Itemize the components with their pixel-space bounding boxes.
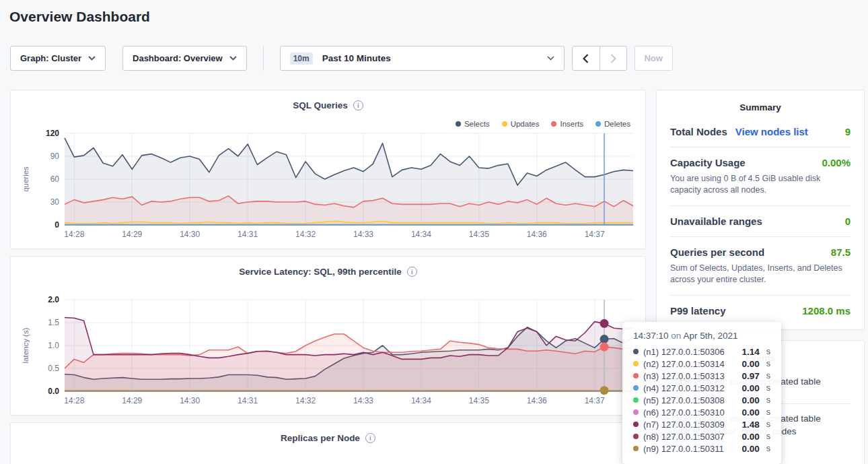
svg-text:120: 120	[46, 129, 59, 138]
time-range-badge: 10m	[290, 53, 313, 65]
summary-row-label: Unavailable ranges	[670, 216, 762, 227]
tooltip-node-value: 1.14	[742, 347, 759, 357]
svg-text:14:30: 14:30	[180, 396, 200, 405]
svg-text:14:34: 14:34	[411, 396, 431, 405]
time-range-dropdown[interactable]: 10m Past 10 Minutes	[280, 46, 565, 71]
summary-row-value: 9	[845, 126, 851, 137]
tooltip-node-value: 0.00	[742, 383, 759, 393]
chart-tooltip: 14:37:10 on Apr 5th, 2021 (n1) 127.0.0.1…	[622, 322, 781, 464]
tooltip-node-label: (n1) 127.0.0.1:50306	[643, 347, 737, 357]
tooltip-node-row: (n5) 127.0.0.1:503080.00s	[633, 394, 770, 406]
service-latency-card: Service Latency: SQL, 99th percentile i …	[10, 256, 646, 416]
sql-queries-chart[interactable]: 14:2814:2914:3014:3114:3214:3314:3414:35…	[17, 128, 640, 244]
svg-text:30: 30	[50, 197, 60, 207]
legend-dot-icon	[551, 121, 556, 127]
tooltip-node-unit: s	[766, 420, 770, 429]
dashboard-selector-dropdown[interactable]: Dashboard: Overview	[122, 46, 247, 71]
chart-title: Service Latency: SQL, 99th percentile	[239, 267, 402, 277]
sql-queries-card: SQL Queries i SelectsUpdatesInsertsDelet…	[10, 90, 646, 249]
chevron-right-icon	[610, 54, 616, 63]
tooltip-node-label: (n3) 127.0.0.1:50313	[643, 371, 737, 381]
info-icon[interactable]: i	[353, 100, 363, 110]
legend-label: Inserts	[560, 120, 583, 128]
svg-text:1.5: 1.5	[48, 318, 59, 327]
tooltip-node-value: 0.00	[742, 407, 759, 418]
graph-selector-dropdown[interactable]: Graph: Cluster	[10, 46, 106, 71]
summary-row-desc: You are using 0 B of 4.5 GiB usable disk…	[670, 173, 851, 196]
svg-text:14:30: 14:30	[180, 230, 200, 239]
legend-label: Updates	[511, 120, 540, 128]
tooltip-node-label: (n9) 127.0.0.1:50311	[643, 444, 737, 454]
svg-text:14:28: 14:28	[64, 230, 84, 239]
dashboard-controls: Graph: Cluster Dashboard: Overview 10m P…	[10, 46, 673, 71]
tooltip-node-row: (n9) 127.0.0.1:503110.00s	[633, 442, 770, 455]
tooltip-node-row: (n7) 127.0.0.1:503091.48s	[633, 418, 770, 430]
svg-text:14:37: 14:37	[585, 230, 605, 239]
svg-text:14:29: 14:29	[122, 230, 142, 239]
summary-row: Capacity Usage0.00%You are using 0 B of …	[670, 147, 851, 205]
summary-row-label: P99 latency	[670, 305, 726, 317]
tooltip-date: Apr 5th, 2021	[683, 331, 737, 341]
now-button[interactable]: Now	[635, 46, 673, 71]
tooltip-node-unit: s	[766, 371, 770, 380]
chart-legend: SelectsUpdatesInsertsDeletes	[456, 120, 630, 128]
tooltip-node-unit: s	[766, 395, 770, 405]
time-range-label: Past 10 Minutes	[322, 53, 391, 63]
svg-text:14:34: 14:34	[411, 230, 431, 239]
tooltip-node-unit: s	[766, 359, 770, 368]
tooltip-timestamp: 14:37:10 on Apr 5th, 2021	[633, 331, 770, 341]
summary-title: Summary	[670, 102, 851, 112]
info-icon[interactable]: i	[407, 267, 417, 277]
svg-text:latency (s): latency (s)	[22, 327, 30, 363]
tooltip-node-row: (n6) 127.0.0.1:503100.00s	[633, 406, 770, 418]
svg-text:14:35: 14:35	[469, 230, 489, 239]
tooltip-time: 14:37:10	[633, 331, 669, 341]
svg-text:1.0: 1.0	[48, 341, 59, 350]
summary-row-value: 87.5	[831, 246, 851, 258]
tooltip-node-unit: s	[766, 347, 770, 356]
node-color-dot-icon	[633, 397, 639, 403]
tooltip-node-row: (n4) 127.0.0.1:503120.00s	[633, 382, 770, 394]
legend-dot-icon	[595, 121, 601, 127]
info-icon[interactable]: i	[365, 433, 375, 443]
svg-text:14:33: 14:33	[353, 396, 373, 405]
summary-row-desc: Sum of Selects, Updates, Inserts, and De…	[670, 263, 851, 286]
tooltip-node-unit: s	[766, 383, 770, 393]
node-color-dot-icon	[633, 349, 639, 354]
tooltip-sep: on	[671, 331, 681, 341]
tooltip-node-value: 0.00	[742, 444, 759, 454]
time-nav-group	[572, 46, 627, 71]
svg-text:14:37: 14:37	[585, 396, 605, 405]
svg-text:14:29: 14:29	[122, 396, 142, 405]
summary-row-label: Total Nodes	[670, 126, 727, 137]
legend-item-updates[interactable]: Updates	[502, 120, 540, 128]
legend-item-inserts[interactable]: Inserts	[551, 120, 583, 128]
legend-label: Selects	[464, 120, 490, 128]
svg-text:0: 0	[55, 220, 59, 230]
view-nodes-list-link[interactable]: View nodes list	[735, 126, 808, 137]
legend-item-selects[interactable]: Selects	[456, 120, 490, 128]
tooltip-node-label: (n2) 127.0.0.1:50314	[643, 359, 737, 369]
svg-text:0.5: 0.5	[48, 364, 59, 373]
tooltip-node-unit: s	[766, 432, 770, 441]
summary-row-label: Capacity Usage	[670, 157, 746, 168]
chart-title: Replicas per Node	[281, 433, 360, 443]
summary-row-value: 0	[845, 216, 851, 227]
time-prev-button[interactable]	[573, 46, 600, 70]
legend-item-deletes[interactable]: Deletes	[595, 120, 630, 128]
svg-text:14:31: 14:31	[238, 396, 258, 405]
service-latency-chart[interactable]: 14:2814:2914:3014:3114:3214:3314:3414:35…	[17, 294, 640, 410]
svg-text:0.0: 0.0	[48, 387, 59, 396]
tooltip-node-value: 0.00	[742, 395, 759, 405]
node-color-dot-icon	[633, 361, 639, 366]
svg-text:14:36: 14:36	[527, 396, 547, 405]
tooltip-node-value: 0.00	[742, 359, 759, 369]
graph-selector-label: Graph: Cluster	[20, 53, 81, 63]
legend-dot-icon	[502, 121, 507, 127]
time-next-button[interactable]	[600, 46, 626, 70]
summary-row-value: 1208.0 ms	[802, 305, 851, 317]
tooltip-node-row: (n8) 127.0.0.1:503070.00s	[633, 430, 770, 442]
tooltip-node-label: (n4) 127.0.0.1:50312	[643, 383, 737, 393]
controls-divider	[263, 46, 264, 71]
overview-dashboard-page: Overview Dashboard Graph: Cluster Dashbo…	[0, 0, 868, 464]
